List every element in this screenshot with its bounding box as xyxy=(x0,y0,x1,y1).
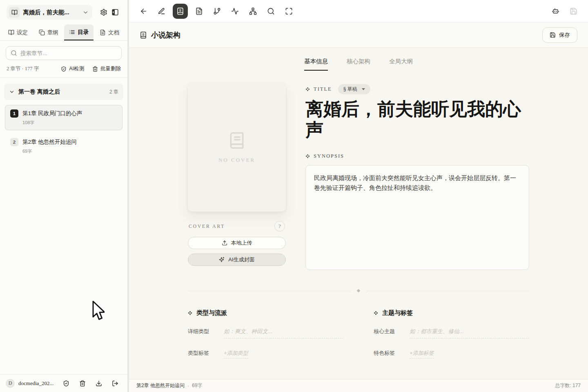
local-upload-button[interactable]: 本地上传 xyxy=(188,237,286,249)
chapter-title: 第2章 他忽然开始追问 xyxy=(22,138,77,146)
info-column: TITLE § 草稿 离婚后，前夫能听见我的心声 SYNOPSIS 民政局离婚现… xyxy=(305,83,529,270)
shield-check-icon[interactable] xyxy=(63,380,69,387)
cover-placeholder[interactable]: NO COVER xyxy=(188,83,286,212)
git-branch-icon xyxy=(213,7,221,15)
main-area: 小说架构 保存 基本信息 核心架构 全局大纲 NO COVER xyxy=(129,0,588,392)
synopsis-textarea[interactable]: 民政局离婚现场，冷面前夫突然能听见女主心声，误会开始层层反转。第一卷先验证开篇钩… xyxy=(305,165,529,270)
draft-status-dropdown[interactable]: § 草稿 xyxy=(338,84,370,94)
batch-delete-button[interactable]: 批量删除 xyxy=(92,65,121,72)
network-button[interactable] xyxy=(246,4,260,18)
theme-section: 主题与标签 核心主题 如：都市重生、修仙... 特色标签 +添加标签 xyxy=(374,309,529,359)
activity-icon xyxy=(231,7,239,15)
cover-art-label: COVER ART xyxy=(189,223,225,229)
book-open-icon xyxy=(8,29,14,36)
chapter-search xyxy=(6,46,122,60)
status-chapter-words: 69字 xyxy=(192,382,202,389)
detail-type-input[interactable]: 如：爽文、种田文... xyxy=(224,328,343,339)
status-bar: 第2章 他忽然开始追问 · 69字 总字数: 177 xyxy=(129,379,588,392)
section-divider xyxy=(188,290,529,292)
quick-save-button[interactable] xyxy=(567,4,580,18)
ai-check-label: AI检测 xyxy=(69,65,84,72)
chevron-down-icon xyxy=(9,89,15,95)
sidebar: 离婚后，前夫能... 设定 章纲 目录 文档 xyxy=(0,0,129,392)
batch-delete-label: 批量删除 xyxy=(100,65,121,72)
save-icon xyxy=(550,32,556,38)
page-title: 小说架构 xyxy=(151,30,180,40)
add-feature-tag-button[interactable]: +添加标签 xyxy=(410,350,434,359)
tab-table-of-contents[interactable]: 目录 xyxy=(64,24,94,40)
file-text-icon xyxy=(195,7,203,15)
synopsis-section-label: SYNOPSIS xyxy=(305,153,529,159)
tab-label: 目录 xyxy=(78,29,89,36)
branch-button[interactable] xyxy=(210,4,224,18)
tab-settings[interactable]: 设定 xyxy=(3,24,33,40)
search-icon xyxy=(11,50,17,56)
save-button-label: 保存 xyxy=(559,31,570,39)
chapter-item-1[interactable]: 1 第1章 民政局门口的心声 108字 xyxy=(5,105,122,130)
tab-label: 设定 xyxy=(17,29,28,36)
status-chapter-title: 第2章 他忽然开始追问 xyxy=(136,382,185,389)
genre-tag-label: 类型标签 xyxy=(188,350,224,357)
status-total-words: 总字数: 177 xyxy=(555,382,581,389)
genre-heading-text: 类型与流派 xyxy=(196,309,227,317)
tab-chapter-outline[interactable]: 章纲 xyxy=(34,24,63,40)
tab-basic-info[interactable]: 基本信息 xyxy=(304,58,328,71)
volume-header[interactable]: 第一卷 离婚之后 2 章 xyxy=(4,84,123,100)
core-theme-input[interactable]: 如：都市重生、修仙... xyxy=(410,328,529,339)
draft-status-label: § 草稿 xyxy=(343,86,357,93)
chapter-number-badge: 2 xyxy=(10,138,18,146)
architecture-button[interactable] xyxy=(173,4,188,19)
tab-core-structure[interactable]: 核心架构 xyxy=(347,58,370,71)
file-text-icon xyxy=(100,29,106,36)
volume-name: 第一卷 离婚之后 xyxy=(18,88,109,96)
title-section-label: TITLE xyxy=(305,86,332,92)
book-title[interactable]: 离婚后，前夫能听见我的心声 xyxy=(305,98,529,140)
collapse-sidebar-button[interactable] xyxy=(109,7,121,18)
ai-check-button[interactable]: AI检测 xyxy=(61,65,84,72)
sparkles-icon xyxy=(219,257,225,263)
chapter-item-2[interactable]: 2 第2章 他忽然开始追问 69字 xyxy=(5,134,122,159)
feature-tag-label: 特色标签 xyxy=(374,350,410,357)
activity-button[interactable] xyxy=(228,4,242,18)
notebook-icon xyxy=(176,7,184,15)
tab-global-outline[interactable]: 全局大纲 xyxy=(389,58,413,71)
arrow-left-icon xyxy=(140,7,147,15)
list-icon xyxy=(69,29,75,35)
tab-label: 文档 xyxy=(108,29,119,36)
tab-documents[interactable]: 文档 xyxy=(95,24,124,40)
theme-heading-text: 主题与标签 xyxy=(382,309,413,317)
document-button[interactable] xyxy=(192,4,206,18)
add-genre-tag-button[interactable]: +添加类型 xyxy=(224,350,248,359)
editor-button[interactable] xyxy=(155,4,168,18)
genre-section: 类型与流派 详细类型 如：爽文、种田文... 类型标签 +添加类型 xyxy=(188,309,343,359)
genre-heading: 类型与流派 xyxy=(188,309,343,317)
synopsis-label-text: SYNOPSIS xyxy=(314,153,344,159)
ai-generate-label: AI生成封面 xyxy=(228,256,254,263)
logout-icon[interactable] xyxy=(112,380,118,387)
search-input[interactable] xyxy=(6,46,122,60)
divider-diamond-icon xyxy=(357,289,360,292)
shield-check-icon xyxy=(61,66,67,72)
book-icon xyxy=(228,131,246,149)
download-icon[interactable] xyxy=(96,380,102,387)
book-open-icon xyxy=(9,7,20,18)
back-button[interactable] xyxy=(137,4,150,18)
document-icon xyxy=(140,31,147,39)
maximize-icon xyxy=(285,7,293,15)
trash-icon[interactable] xyxy=(79,380,86,387)
ai-assistant-button[interactable] xyxy=(549,4,562,18)
fullscreen-button[interactable] xyxy=(282,4,296,18)
diamond-icon xyxy=(374,311,378,315)
gear-icon xyxy=(100,9,107,16)
project-selector[interactable]: 离婚后，前夫能... xyxy=(7,5,92,20)
ai-generate-cover-button[interactable]: AI生成封面 xyxy=(188,254,286,266)
search-button[interactable] xyxy=(264,4,278,18)
document-header: 小说架构 保存 xyxy=(129,22,588,48)
avatar: D xyxy=(6,379,15,388)
diamond-icon xyxy=(305,87,310,91)
settings-button[interactable] xyxy=(98,7,109,18)
save-button[interactable]: 保存 xyxy=(542,27,577,43)
save-icon xyxy=(570,7,577,15)
pen-icon xyxy=(158,7,165,15)
help-button[interactable]: ? xyxy=(274,221,285,232)
